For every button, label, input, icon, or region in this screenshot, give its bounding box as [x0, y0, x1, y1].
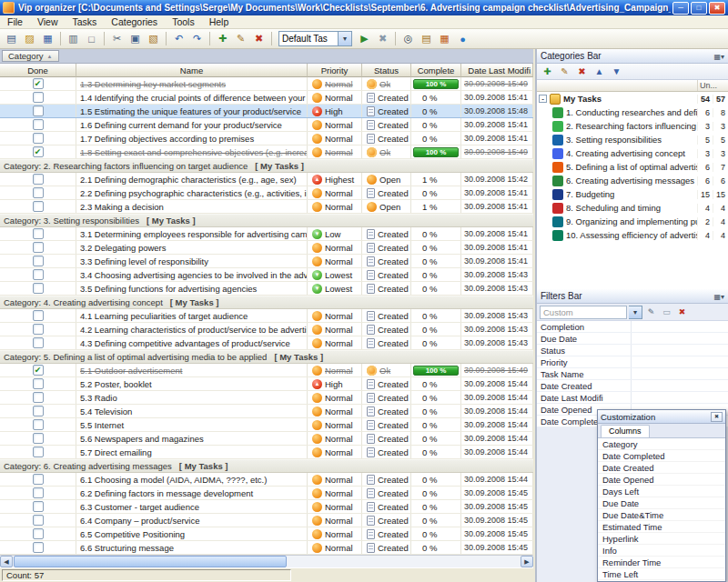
task-checkbox[interactable] [33, 92, 44, 103]
task-checkbox[interactable] [33, 228, 44, 239]
task-checkbox[interactable] [33, 187, 44, 198]
customization-item[interactable]: Due Date&Time [598, 509, 725, 521]
category-item[interactable]: 4. Creating advertising concept33 [537, 146, 728, 160]
task-row[interactable]: 1.6 Defining current demand for your pro… [0, 118, 533, 132]
task-checkbox[interactable] [33, 515, 44, 526]
task-checkbox[interactable] [33, 487, 44, 498]
redo-icon[interactable]: ↷ [188, 31, 206, 47]
task-checkbox[interactable] [33, 447, 44, 457]
task-checkbox[interactable] [33, 474, 44, 485]
menu-view[interactable]: View [30, 16, 66, 27]
cut-icon[interactable]: ✂ [108, 31, 126, 47]
new-task-icon[interactable]: ✚ [214, 31, 231, 47]
filter-row[interactable]: Date Created [537, 380, 728, 392]
customization-item[interactable]: Time Left [598, 568, 725, 580]
customization-item[interactable]: Info [598, 545, 725, 557]
task-row[interactable]: 1.5 Estimating the unique features of yo… [0, 105, 533, 118]
delete-category-icon[interactable]: ✖ [574, 65, 590, 78]
copy-icon[interactable]: ▣ [126, 31, 144, 47]
task-row[interactable]: 4.1 Learning peculiarities of target aud… [0, 309, 533, 323]
category-group-row[interactable]: Category: 6. Creating advertising messag… [0, 459, 533, 473]
category-item[interactable]: 5. Defining a list of optimal advertisin… [537, 160, 728, 174]
task-template-combo[interactable]: Default Tas▾ [278, 31, 352, 46]
task-row[interactable]: 3.2 Delegating powersNormalCreated0 %30.… [0, 241, 533, 255]
move-up-icon[interactable]: ▲ [592, 65, 607, 78]
task-checkbox[interactable] [33, 105, 44, 116]
filter-row[interactable]: Date Last Modifi [537, 392, 728, 404]
filter-row[interactable]: Completion [537, 321, 728, 333]
customize-icon[interactable]: ▦ [713, 53, 721, 61]
category-group-row[interactable]: Category: 2. Researching factors influen… [0, 159, 533, 173]
scroll-left-icon[interactable]: ◀ [0, 556, 13, 567]
column-header-priority[interactable]: Priority [308, 64, 362, 77]
category-item[interactable]: 2. Researching factors influencing on33 [537, 119, 728, 133]
category-item[interactable]: 10. Assessing efficiency of advertising4… [537, 228, 728, 242]
task-checkbox[interactable] [33, 542, 44, 553]
category-group-row[interactable]: Category: 3. Setting responsibilities[ M… [0, 214, 533, 227]
menu-categories[interactable]: Categories [104, 16, 165, 27]
apply-template-icon[interactable]: ▶ [356, 31, 373, 47]
task-checkbox[interactable] [33, 337, 44, 348]
task-row[interactable]: 6.1 Choosing a model (AIDA, AIDMA, ????,… [0, 473, 533, 487]
menu-help[interactable]: Help [202, 16, 237, 27]
task-row[interactable]: 5.4 TelevisionNormalCreated0 %30.09.2008… [0, 405, 533, 418]
task-checkbox[interactable] [33, 433, 44, 444]
maximize-button[interactable]: □ [691, 2, 707, 15]
task-row[interactable]: 6.6 Structuring messageNormalCreated0 %3… [0, 541, 533, 555]
column-header-done[interactable]: Done [0, 64, 76, 77]
scroll-right-icon[interactable]: ▶ [521, 556, 533, 567]
edit-filter-icon[interactable]: ✎ [644, 306, 658, 318]
find-icon[interactable]: ◎ [399, 31, 417, 47]
task-row[interactable]: 3.1 Determining employees responsible fo… [0, 227, 533, 241]
task-checkbox[interactable] [33, 324, 44, 335]
menu-file[interactable]: File [0, 16, 30, 27]
menu-tools[interactable]: Tools [165, 16, 202, 27]
task-checkbox[interactable] [33, 133, 44, 144]
print-icon[interactable]: ▥ [65, 31, 82, 47]
delete-filter-icon[interactable]: ✖ [675, 306, 689, 318]
task-checkbox[interactable] [33, 269, 44, 280]
task-checkbox[interactable] [33, 256, 44, 266]
task-row[interactable]: 6.2 Defining factors in message developm… [0, 487, 533, 500]
task-checkbox[interactable]: ✔ [33, 146, 44, 157]
save-icon[interactable]: ▦ [39, 31, 56, 47]
group-by-category-button[interactable]: Category ▲ [2, 50, 59, 62]
task-checkbox[interactable] [33, 201, 44, 212]
task-row[interactable]: 6.5 Competitive PositioningNormalCreated… [0, 527, 533, 541]
task-row[interactable]: 1.7 Defining objectives according to pre… [0, 132, 533, 146]
customization-item[interactable]: Due Date [598, 497, 725, 509]
close-button[interactable]: ✖ [709, 2, 725, 15]
new-category-icon[interactable]: ✚ [540, 65, 555, 78]
new-document-icon[interactable]: ▤ [3, 31, 20, 47]
column-header-status[interactable]: Status [362, 64, 411, 77]
task-checkbox[interactable] [33, 242, 44, 253]
filter-preset-combo[interactable]: Custom [540, 306, 627, 319]
erase-filter-icon[interactable]: ▭ [660, 306, 673, 318]
horizontal-scrollbar[interactable]: ◀ ▶ [0, 555, 533, 567]
task-checkbox[interactable] [33, 378, 44, 389]
task-row[interactable]: 2.2 Defining psychographic characteristi… [0, 186, 533, 200]
column-header-modified[interactable]: Date Last Modifi [461, 64, 533, 77]
task-checkbox[interactable] [33, 283, 44, 294]
open-folder-icon[interactable]: ▨ [21, 31, 38, 47]
minimize-button[interactable]: ─ [672, 2, 689, 15]
task-row[interactable]: 5.3 RadioNormalCreated0 %30.09.2008 15:4… [0, 391, 533, 405]
task-checkbox[interactable]: ✔ [33, 365, 44, 376]
task-row[interactable]: ✔1.8 Setting exact and comprehensive obj… [0, 146, 533, 159]
paste-icon[interactable]: ▧ [145, 31, 162, 47]
customization-close-icon[interactable]: ✖ [711, 412, 723, 422]
task-row[interactable]: 6.3 Customer - target audienceNormalCrea… [0, 500, 533, 514]
category-item[interactable]: 1. Conducting researches and defining68 [537, 105, 728, 119]
filter-row[interactable]: Due Date [537, 333, 728, 345]
task-checkbox[interactable] [33, 174, 44, 185]
category-group-row[interactable]: Category: 5. Defining a list of optimal … [0, 350, 533, 364]
task-checkbox[interactable] [33, 310, 44, 321]
task-checkbox[interactable] [33, 419, 44, 430]
filter-combo-dropdown-icon[interactable]: ▾ [629, 306, 642, 319]
task-row[interactable]: 3.3 Defining level of responsibilityNorm… [0, 255, 533, 268]
task-checkbox[interactable] [33, 119, 44, 130]
customization-item[interactable]: Estimated Time [598, 521, 725, 533]
task-checkbox[interactable] [33, 501, 44, 512]
filter-row[interactable]: Priority [537, 356, 728, 368]
customization-item[interactable]: Date Created [598, 462, 725, 474]
